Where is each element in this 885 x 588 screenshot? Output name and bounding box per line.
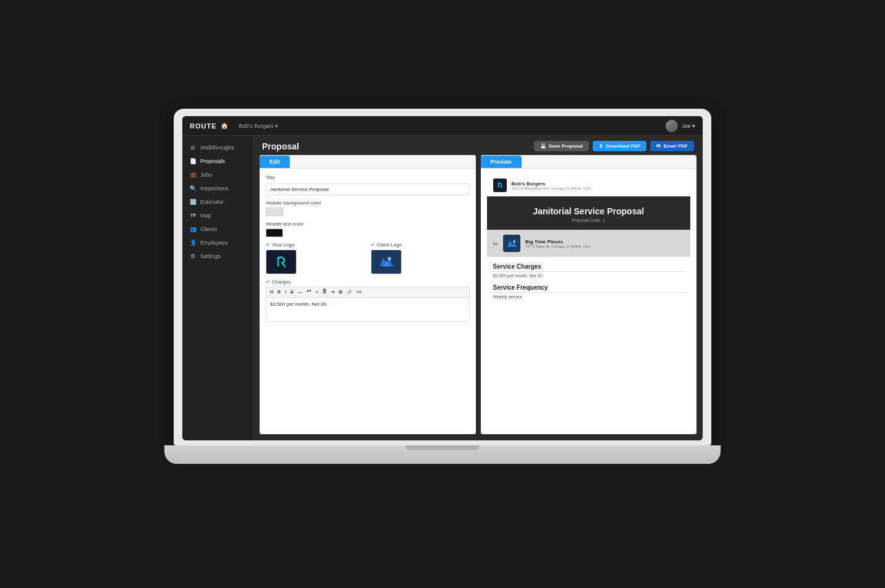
sidebar-item-inspections[interactable]: 🔍 Inspections [182, 182, 253, 195]
sidebar-item-settings[interactable]: ⚙ Settings [182, 250, 253, 263]
page-title: Proposal [262, 141, 299, 151]
svg-point-7 [512, 240, 515, 243]
charges-section: ✔ Charges H B I S — [266, 279, 470, 322]
toolbar-ol[interactable]: ≣ [321, 289, 328, 295]
content-header: Proposal 💾 Save Proposal ⬇ Download PDF [253, 136, 703, 155]
toolbar-i[interactable]: I [284, 289, 287, 295]
topbar-right: Joe ▾ [666, 120, 695, 132]
gear-icon: ⚙ [190, 253, 196, 259]
laptop-base [164, 445, 721, 464]
toolbar-ul[interactable]: ≡ [315, 289, 320, 295]
preview-document: Bob's Burgers 3121 N Milwaukee Ave, Chic… [487, 175, 691, 311]
toolbar-quote[interactable]: ❝❞ [305, 289, 313, 295]
main-area: ⊞ Walkthroughs 📄 Proposals 💼 Jobs 🔍 [182, 136, 703, 440]
service-charges-heading: Service Charges [493, 263, 685, 272]
client-name: Big Time Pieces [525, 239, 591, 245]
file-icon: 📄 [190, 158, 196, 164]
user-name[interactable]: Joe ▾ [682, 123, 695, 129]
toolbar-link[interactable]: 🔗 [345, 289, 354, 295]
edit-panel-content: Title Header background color [260, 169, 476, 434]
client-info: Big Time Pieces 777 S State St, Chicago,… [525, 239, 591, 248]
tab-preview[interactable]: Preview [481, 156, 522, 168]
company-name: Bob's Burgers [512, 181, 591, 187]
home-icon[interactable]: 🏠 [221, 122, 228, 129]
panels-container: Edit Title [253, 155, 703, 440]
client-logo-thumb [371, 250, 402, 274]
employees-icon: 👤 [190, 240, 196, 246]
preview-panel: Preview [481, 155, 697, 434]
proposal-for-section: for [487, 230, 691, 257]
charges-checkbox[interactable]: ✔ [266, 279, 270, 285]
edit-panel: Edit Title [260, 155, 476, 434]
preview-panel-content: Bob's Burgers 3121 N Milwaukee Ave, Chic… [481, 169, 697, 434]
toolbar-code[interactable]: <> [355, 289, 363, 295]
email-icon: ✉ [656, 143, 661, 149]
client-logo-preview [503, 235, 520, 252]
search-icon: 🔍 [190, 185, 196, 191]
email-pdf-button[interactable]: ✉ Email PDF [650, 141, 694, 151]
calculator-icon: 🔢 [190, 199, 196, 205]
client-logo-box: ✔ Client Logo [371, 242, 470, 274]
grid-icon: ⊞ [190, 145, 196, 151]
proposal-title-section: Janitorial Service Proposal Proposal Cod… [487, 196, 691, 230]
download-pdf-button[interactable]: ⬇ Download PDF [593, 141, 646, 151]
proposal-code: Proposal Code: 1 [496, 218, 682, 222]
your-logo-thumb [266, 250, 297, 274]
title-field-group: Title [266, 175, 470, 195]
header-bg-swatch[interactable] [266, 208, 283, 216]
sidebar-item-employees[interactable]: 👤 Employees [182, 236, 253, 250]
logo-section: ✔ Your Logo [266, 242, 470, 274]
avatar [666, 120, 678, 132]
header-bg-label: Header background color [266, 200, 470, 206]
sidebar-item-map[interactable]: 🗺 Map [182, 209, 253, 222]
toolbar-hr[interactable]: — [297, 289, 303, 295]
header-bg-color-group: Header background color [266, 200, 470, 216]
logo-text: ROUTE [190, 122, 217, 130]
topbar: ROUTE 🏠 Bob's Burgers ▾ Joe ▾ [182, 116, 703, 136]
header-text-swatch[interactable] [266, 229, 283, 237]
svg-point-1 [277, 257, 279, 259]
map-icon: 🗺 [190, 212, 196, 219]
proposal-main-title: Janitorial Service Proposal [496, 206, 682, 216]
logo-area: ROUTE 🏠 [190, 122, 228, 130]
preview-body: Service Charges $2,500 per month, Net 30… [487, 257, 691, 311]
charges-label: ✔ Charges [266, 279, 470, 285]
your-logo-box: ✔ Your Logo [266, 242, 365, 274]
download-icon: ⬇ [599, 143, 603, 149]
your-logo-checkbox[interactable]: ✔ [266, 242, 270, 248]
toolbar-table[interactable]: ⊞ [337, 289, 344, 295]
client-address: 777 S State St, Chicago, IL 60605, USA [525, 245, 591, 248]
service-frequency-text: Weekly service [493, 295, 685, 299]
your-logo-label: ✔ Your Logo [266, 242, 365, 248]
company-logo [493, 178, 507, 192]
sidebar-item-walkthroughs[interactable]: ⊞ Walkthroughs [182, 141, 253, 154]
briefcase-icon: 💼 [190, 172, 196, 178]
header-text-label: Header text color [266, 221, 470, 227]
svg-point-5 [387, 257, 391, 261]
title-input[interactable] [266, 183, 470, 195]
sidebar: ⊞ Walkthroughs 📄 Proposals 💼 Jobs 🔍 [182, 136, 253, 440]
service-frequency-heading: Service Frequency [493, 284, 685, 293]
sidebar-item-estimator[interactable]: 🔢 Estimator [182, 195, 253, 209]
toolbar-s[interactable]: S [289, 289, 295, 295]
sidebar-item-clients[interactable]: 👥 Clients [182, 222, 253, 236]
tab-edit[interactable]: Edit [260, 156, 290, 168]
toolbar-h[interactable]: H [269, 289, 274, 295]
save-proposal-button[interactable]: 💾 Save Proposal [534, 141, 589, 151]
breadcrumb[interactable]: Bob's Burgers ▾ [239, 123, 279, 129]
title-label: Title [266, 175, 470, 180]
sidebar-item-proposals[interactable]: 📄 Proposals [182, 154, 253, 168]
svg-point-0 [273, 253, 290, 271]
client-logo-checkbox[interactable]: ✔ [371, 242, 375, 248]
client-logo-label: ✔ Client Logo [371, 242, 470, 248]
company-info: Bob's Burgers 3121 N Milwaukee Ave, Chic… [512, 181, 591, 190]
clients-icon: 👥 [190, 226, 196, 232]
editor-content[interactable]: $2,500 per month, Net 30. [266, 297, 470, 322]
preview-doc-header: Bob's Burgers 3121 N Milwaukee Ave, Chic… [487, 175, 691, 196]
toolbar-indent[interactable]: ⇥ [329, 289, 336, 295]
editor-toolbar: H B I S — ❝❞ ≡ ≣ ⇥ [266, 287, 470, 297]
toolbar-b[interactable]: B [276, 289, 282, 295]
header-actions: 💾 Save Proposal ⬇ Download PDF ✉ Email P… [534, 141, 694, 151]
service-charges-text: $2,500 per month, Net 30. [493, 274, 685, 278]
sidebar-item-jobs[interactable]: 💼 Jobs [182, 168, 253, 182]
